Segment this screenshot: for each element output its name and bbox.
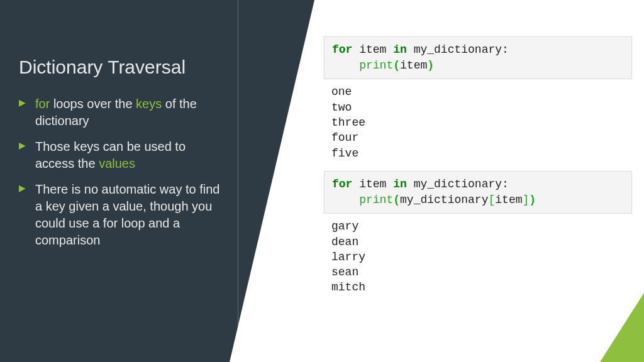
- right-panel: for item in my_dictionary: print(item) o…: [324, 36, 632, 305]
- bullet-item: Those keys can be used to access the val…: [19, 138, 220, 172]
- bullet-item: There is no automatic way to find a key …: [19, 181, 220, 249]
- output-block-2: gary dean larry sean mitch: [324, 214, 632, 305]
- panel-divider: [238, 0, 238, 362]
- left-panel: Dictionary Traversal for loops over the …: [0, 0, 314, 362]
- bullet-item: for loops over the keys of the dictionar…: [19, 96, 220, 129]
- slide-title: Dictionary Traversal: [19, 57, 296, 78]
- code-block-1: for item in my_dictionary: print(item): [324, 36, 632, 79]
- bullet-list: for loops over the keys of the dictionar…: [19, 96, 220, 249]
- output-block-1: one two three four five: [324, 79, 632, 170]
- code-block-2: for item in my_dictionary: print(my_dict…: [324, 171, 632, 214]
